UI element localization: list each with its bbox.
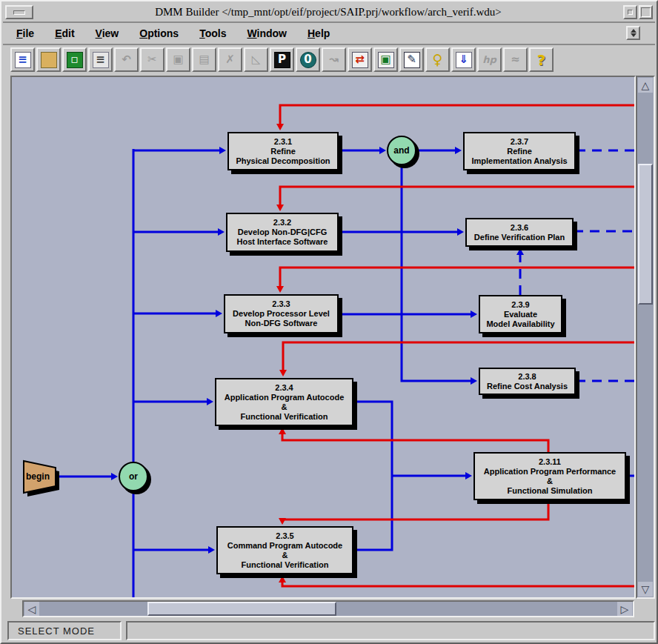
or-junction[interactable]: or [119, 462, 148, 491]
menubar-spinner-button[interactable] [626, 26, 640, 40]
scroll-right-arrow-icon[interactable]: ▷ [617, 602, 632, 616]
task-2-3-6[interactable]: 2.3.6Define Verification Plan [465, 218, 574, 247]
copy-button[interactable]: ▣ [166, 47, 190, 72]
arrowhead [471, 377, 477, 385]
help-button[interactable]: ? [529, 47, 554, 72]
problem-editor-button[interactable]: ✎ [399, 47, 424, 72]
task-2-3-9[interactable]: 2.3.9EvaluateModel Availability [479, 295, 562, 333]
menu-help[interactable]: Help [300, 25, 337, 42]
open-folder-icon [41, 52, 57, 68]
flow-edge-red [282, 434, 548, 452]
task-label-line: 2.3.1 [274, 137, 292, 147]
maximize-button[interactable] [639, 5, 653, 19]
help-icon: ? [534, 52, 550, 68]
task-2-3-3[interactable]: 2.3.3Develop Processor LevelNon-DFG Soft… [224, 294, 339, 333]
flow-edge-red [282, 500, 548, 519]
workflow-canvas[interactable]: 2.3.1RefinePhysical Decomposition2.3.7Re… [10, 76, 636, 599]
arrowhead [465, 472, 472, 479]
task-label-line: Physical Decomposition [236, 156, 330, 166]
process-node-button[interactable]: P [270, 47, 294, 72]
task-label-line: Non-DFG Software [245, 319, 318, 328]
horizontal-scroll-thumb[interactable] [147, 602, 336, 616]
menu-window[interactable]: Window [239, 25, 294, 42]
import-stack-icon: ⇓ [456, 52, 472, 68]
arrowhead [216, 310, 222, 317]
scroll-down-arrow-icon[interactable]: ▽ [638, 582, 653, 597]
titlebar[interactable]: DMM Builder </tmp_mnt/opt/eif/project/SA… [3, 3, 655, 23]
arrowhead [218, 228, 225, 236]
arrowhead [279, 370, 287, 376]
save-file-button[interactable]: ▫ [62, 47, 87, 72]
minimize-button[interactable] [623, 5, 637, 19]
arrowhead [471, 311, 477, 318]
problem-editor-icon: ✎ [404, 52, 420, 68]
cut-icon: ✂ [144, 52, 161, 68]
save-file-icon: ▫ [67, 52, 83, 68]
arrowhead [279, 428, 286, 434]
menu-file[interactable]: File [9, 25, 41, 42]
scroll-up-arrow-icon[interactable]: △ [638, 78, 653, 93]
new-file-button[interactable]: ≡ [10, 47, 35, 72]
task-2-3-5[interactable]: 2.3.5Command Program Autocode&Functional… [216, 526, 353, 574]
delete-button[interactable]: ✗ [218, 47, 242, 72]
task-label-line: Application Program Autocode [225, 393, 345, 402]
flow-edge-red [282, 582, 634, 586]
dmm-builder-window: DMM Builder </tmp_mnt/opt/eif/project/SA… [0, 0, 658, 644]
operator-node-button[interactable]: 0 [296, 47, 320, 72]
task-label-line: 2.3.7 [511, 137, 528, 147]
flow-edge-blue [402, 165, 471, 381]
task-label-line: Application Program Performance [484, 467, 617, 477]
open-folder-button[interactable] [36, 47, 61, 72]
workflow-links-icon: ⇄ [352, 52, 368, 68]
task-2-3-8[interactable]: 2.3.8Refine Cost Analysis [479, 368, 576, 395]
task-2-3-1[interactable]: 2.3.1RefinePhysical Decomposition [227, 132, 339, 170]
flow-edge-red [280, 105, 634, 124]
task-2-3-2[interactable]: 2.3.2Develop Non-DFG|CFGHost Interface S… [226, 213, 339, 252]
hp-tool-icon: hp [482, 52, 498, 68]
arrowhead [379, 147, 386, 154]
print-button[interactable]: ≡ [88, 47, 113, 72]
paste-button[interactable]: ▤ [192, 47, 216, 72]
menu-tools[interactable]: Tools [192, 25, 233, 42]
task-label-line: Refine [270, 147, 296, 156]
layers-button[interactable]: ▣ [373, 47, 398, 72]
flag-tool-icon: ◺ [248, 52, 265, 68]
horizontal-scrollbar[interactable]: ◁ ▷ [22, 600, 634, 617]
arrowhead [111, 473, 118, 480]
sync-tool-icon: ≈ [508, 52, 524, 68]
connector-tool-button[interactable]: ↝ [322, 47, 346, 72]
sync-tool-button[interactable]: ≈ [503, 47, 528, 72]
status-message-panel [126, 621, 655, 640]
task-2-3-4[interactable]: 2.3.4Application Program Autocode&Functi… [215, 378, 353, 426]
status-mode-text: SELECT MODE [18, 625, 95, 637]
vertical-scroll-thumb[interactable] [638, 164, 653, 305]
undo-button[interactable]: ↶ [114, 47, 139, 72]
flag-tool-button[interactable]: ◺ [244, 47, 268, 72]
undo-icon: ↶ [119, 52, 135, 68]
pushpin-icon: ♀ [430, 52, 446, 68]
task-label-line: 2.3.2 [273, 218, 291, 228]
window-menu-button[interactable] [5, 5, 33, 19]
task-2-3-7[interactable]: 2.3.7RefineImplementation Analysis [463, 132, 576, 170]
task-label-line: & [282, 402, 288, 412]
arrowhead [276, 124, 284, 130]
cut-button[interactable]: ✂ [140, 47, 164, 72]
menu-options[interactable]: Options [132, 25, 186, 42]
task-label-line: & [547, 477, 553, 486]
delete-icon: ✗ [222, 52, 239, 68]
menu-edit[interactable]: Edit [47, 25, 82, 42]
menu-view[interactable]: View [88, 25, 127, 42]
layers-icon: ▣ [378, 52, 394, 68]
hp-tool-button[interactable]: hp [477, 47, 502, 72]
task-label-line: Develop Processor Level [233, 309, 330, 319]
vertical-scrollbar[interactable]: △ ▽ [636, 76, 655, 599]
paste-icon: ▤ [196, 52, 213, 68]
pushpin-button[interactable]: ♀ [425, 47, 450, 72]
and-junction[interactable]: and [387, 136, 416, 165]
toolbar: ≡▫≡↶✂▣▤✗◺P0↝⇄▣✎♀⇓hp≈? [3, 45, 655, 74]
task-2-3-11[interactable]: 2.3.11Application Program Performance&Fu… [473, 452, 626, 500]
scroll-left-arrow-icon[interactable]: ◁ [24, 602, 39, 616]
workflow-links-button[interactable]: ⇄ [348, 47, 372, 72]
window-title: DMM Builder </tmp_mnt/opt/eif/project/SA… [33, 6, 623, 19]
import-stack-button[interactable]: ⇓ [451, 47, 476, 72]
